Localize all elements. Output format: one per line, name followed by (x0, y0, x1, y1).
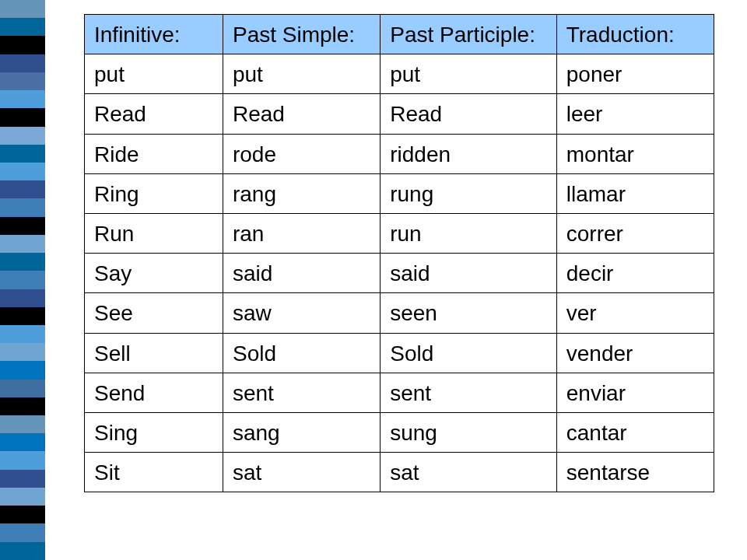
cell-infinitive: Run (85, 213, 223, 253)
stripe (0, 380, 45, 397)
cell-infinitive: Sit (85, 453, 223, 492)
stripe (0, 253, 45, 271)
table-row: SellSoldSoldvender (85, 333, 714, 373)
cell-past_participle: said (381, 254, 557, 293)
cell-traduction: llamar (556, 173, 714, 213)
stripe (0, 108, 45, 126)
cell-past_simple: rode (223, 134, 380, 173)
table-row: Singsangsungcantar (85, 412, 714, 452)
cell-past_simple: rang (223, 173, 380, 213)
cell-infinitive: Say (85, 254, 223, 293)
table-row: putputputponer (85, 54, 714, 94)
cell-past_participle: seen (381, 293, 557, 333)
cell-past_participle: put (381, 54, 557, 94)
slide: Infinitive: Past Simple: Past Participle… (0, 0, 747, 560)
cell-traduction: ver (556, 293, 714, 333)
stripe (0, 90, 45, 108)
decorative-stripes (0, 0, 45, 560)
table-row: Saysaidsaiddecir (85, 254, 714, 293)
stripe (0, 325, 45, 343)
stripe (0, 198, 45, 216)
cell-traduction: enviar (556, 373, 714, 412)
cell-past_simple: sent (223, 373, 380, 412)
stripe (0, 0, 45, 18)
cell-past_participle: ridden (381, 134, 557, 173)
cell-infinitive: See (85, 293, 223, 333)
cell-past_simple: sang (223, 412, 380, 452)
cell-traduction: montar (556, 134, 714, 173)
cell-past_participle: sung (381, 412, 557, 452)
cell-past_participle: Read (381, 94, 557, 134)
cell-past_participle: rung (381, 173, 557, 213)
stripe (0, 542, 45, 560)
table-row: Seesawseenver (85, 293, 714, 333)
cell-infinitive: Sing (85, 412, 223, 452)
stripe (0, 163, 45, 180)
cell-past_participle: sent (381, 373, 557, 412)
table-row: Rideroderiddenmontar (85, 134, 714, 173)
cell-past_simple: sat (223, 453, 380, 492)
cell-past_simple: Read (223, 94, 380, 134)
stripe (0, 361, 45, 379)
header-infinitive: Infinitive: (85, 15, 223, 54)
cell-infinitive: Ring (85, 173, 223, 213)
cell-past_simple: ran (223, 213, 380, 253)
cell-past_simple: put (223, 54, 380, 94)
stripe (0, 127, 45, 145)
header-past-simple: Past Simple: (223, 15, 380, 54)
cell-traduction: correr (556, 213, 714, 253)
header-traduction: Traduction: (556, 15, 714, 54)
cell-infinitive: put (85, 54, 223, 94)
cell-past_simple: Sold (223, 333, 380, 373)
stripe (0, 235, 45, 253)
stripe (0, 72, 45, 90)
stripe (0, 343, 45, 361)
table-row: Sitsatsatsentarse (85, 453, 714, 492)
cell-traduction: poner (556, 54, 714, 94)
stripe (0, 289, 45, 307)
cell-traduction: sentarse (556, 453, 714, 492)
stripe (0, 470, 45, 488)
table-header-row: Infinitive: Past Simple: Past Participle… (85, 15, 714, 54)
header-past-participle: Past Participle: (381, 15, 557, 54)
cell-traduction: decir (556, 254, 714, 293)
stripe (0, 18, 45, 36)
stripe (0, 451, 45, 469)
stripe (0, 145, 45, 163)
stripe (0, 488, 45, 506)
stripe (0, 506, 45, 523)
stripe (0, 523, 45, 541)
cell-infinitive: Read (85, 94, 223, 134)
cell-traduction: cantar (556, 412, 714, 452)
cell-past_participle: sat (381, 453, 557, 492)
content-area: Infinitive: Past Simple: Past Participle… (45, 0, 747, 492)
stripe (0, 415, 45, 433)
stripe (0, 271, 45, 289)
stripe (0, 433, 45, 451)
cell-past_simple: said (223, 254, 380, 293)
stripe (0, 54, 45, 72)
cell-infinitive: Send (85, 373, 223, 412)
cell-traduction: vender (556, 333, 714, 373)
table-row: ReadReadReadleer (85, 94, 714, 134)
cell-traduction: leer (556, 94, 714, 134)
irregular-verbs-table: Infinitive: Past Simple: Past Participle… (84, 14, 714, 492)
stripe (0, 397, 45, 415)
table-row: Ringrangrungllamar (85, 173, 714, 213)
stripe (0, 180, 45, 198)
table-row: Runranruncorrer (85, 213, 714, 253)
cell-past_participle: Sold (381, 333, 557, 373)
cell-past_simple: saw (223, 293, 380, 333)
table-row: Sendsentsentenviar (85, 373, 714, 412)
cell-infinitive: Sell (85, 333, 223, 373)
cell-infinitive: Ride (85, 134, 223, 173)
stripe (0, 36, 45, 54)
stripe (0, 217, 45, 235)
cell-past_participle: run (381, 213, 557, 253)
stripe (0, 307, 45, 325)
